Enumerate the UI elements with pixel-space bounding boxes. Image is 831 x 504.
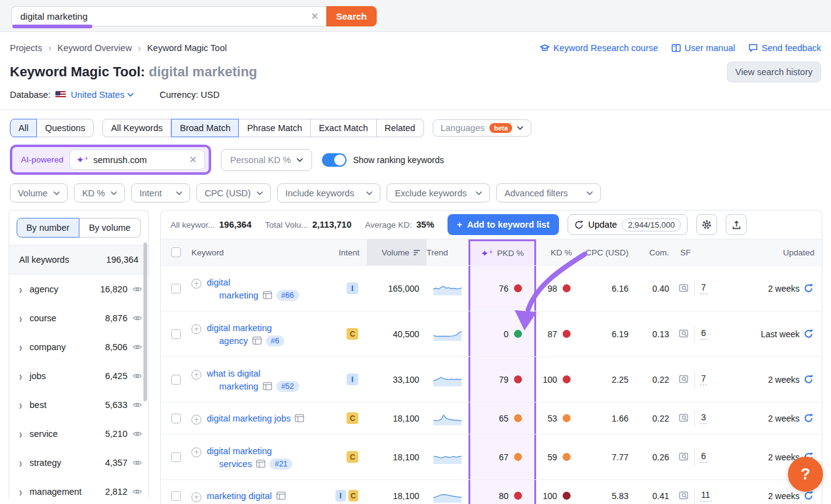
row-checkbox[interactable] (171, 284, 181, 294)
sidebar-group-row[interactable]: › company 8,506 (9, 332, 148, 361)
sidebar-group-row[interactable]: › jobs 6,425 (9, 361, 148, 390)
keyword-link[interactable]: marketing digital (207, 491, 272, 501)
tab-all-keywords[interactable]: All Keywords (102, 119, 171, 137)
keyword-search-field[interactable]: ✕ (11, 6, 326, 26)
breadcrumb-keyword-overview[interactable]: Keyword Overview (57, 43, 132, 53)
col-volume[interactable]: Volume (367, 239, 427, 265)
refresh-icon[interactable] (804, 284, 813, 293)
serp-preview-icon[interactable] (679, 375, 689, 384)
keyword-link[interactable]: marketing (219, 382, 259, 391)
serp-features-icon[interactable] (276, 492, 286, 500)
serp-features-icon[interactable] (256, 460, 265, 468)
eye-icon[interactable] (132, 430, 142, 438)
trend-sparkline[interactable] (427, 373, 468, 386)
add-keyword-icon[interactable]: + (191, 492, 201, 502)
filter-intent[interactable]: Intent (131, 183, 190, 202)
serp-features-icon[interactable] (263, 291, 272, 299)
chevron-right-icon[interactable]: › (19, 455, 22, 469)
eye-icon[interactable] (132, 286, 142, 293)
chevron-right-icon[interactable]: › (19, 426, 22, 440)
keyword-link[interactable]: digital marketing (207, 323, 272, 333)
ranking-position-badge[interactable]: #52 (276, 381, 299, 392)
sf-value[interactable]: 7 (700, 374, 707, 385)
sidebar-group-row[interactable]: › strategy 4,357 (9, 448, 148, 477)
row-checkbox[interactable] (171, 414, 181, 423)
col-com[interactable]: Com. (636, 239, 673, 265)
add-keyword-icon[interactable]: + (191, 279, 201, 289)
keyword-link[interactable]: digital marketing jobs (207, 414, 291, 423)
refresh-icon[interactable] (804, 491, 813, 500)
sf-value[interactable]: 11 (700, 490, 712, 502)
tab-related[interactable]: Related (377, 119, 424, 137)
col-kd[interactable]: KD % (536, 239, 579, 265)
filter-volume[interactable]: Volume (10, 183, 68, 202)
filter-cpc[interactable]: CPC (USD) (196, 183, 271, 202)
col-sf[interactable]: SF (673, 239, 722, 265)
ranking-position-badge[interactable]: #21 (270, 458, 292, 470)
chevron-right-icon[interactable]: › (19, 484, 22, 498)
add-keyword-icon[interactable]: + (191, 370, 201, 380)
sidebar-group-row[interactable]: › course 8,876 (9, 303, 148, 332)
eye-icon[interactable] (132, 459, 142, 466)
sidebar-group-row[interactable]: › management 2,812 (9, 477, 148, 499)
eye-icon[interactable] (132, 401, 142, 409)
eye-icon[interactable] (132, 343, 142, 351)
trend-sparkline[interactable] (427, 489, 468, 503)
serp-preview-icon[interactable] (679, 452, 689, 462)
chevron-right-icon[interactable]: › (19, 340, 22, 353)
add-to-keyword-list-button[interactable]: + Add to keyword list (448, 214, 558, 235)
col-trend[interactable]: Trend (427, 239, 468, 265)
sidebar-all-keywords-row[interactable]: All keywords 196,364 (9, 245, 148, 274)
serp-preview-icon[interactable] (679, 491, 689, 500)
personal-kd-dropdown[interactable]: Personal KD % (221, 149, 312, 171)
ranking-position-badge[interactable]: #6 (266, 335, 284, 346)
serp-preview-icon[interactable] (679, 414, 689, 423)
breadcrumb-projects[interactable]: Projects (10, 43, 42, 53)
user-manual-link[interactable]: User manual (672, 43, 735, 53)
help-button[interactable]: ? (788, 457, 823, 492)
keyword-link[interactable]: marketing (219, 290, 259, 300)
tab-broad-match[interactable]: Broad Match (171, 119, 239, 137)
languages-dropdown[interactable]: Languages beta (433, 119, 531, 137)
filter-advanced[interactable]: Advanced filters (496, 183, 601, 202)
eye-icon[interactable] (132, 488, 142, 495)
tab-all[interactable]: All (10, 119, 37, 137)
row-checkbox[interactable] (171, 329, 181, 339)
refresh-icon[interactable] (804, 414, 813, 423)
sf-value[interactable]: 7 (700, 282, 707, 294)
update-button[interactable]: Update 2,944/15,000 (568, 214, 688, 235)
ranking-position-badge[interactable]: #66 (276, 290, 299, 301)
chevron-right-icon[interactable]: › (19, 282, 22, 295)
chevron-right-icon[interactable]: › (19, 398, 22, 411)
row-checkbox[interactable] (171, 452, 181, 462)
sf-value[interactable]: 6 (700, 451, 707, 463)
keyword-link[interactable]: agency (219, 336, 248, 346)
col-keyword[interactable]: Keyword (191, 239, 333, 265)
col-updated[interactable]: Updated (722, 239, 822, 265)
export-button[interactable] (726, 214, 747, 235)
sidebar-scrollbar[interactable] (143, 242, 147, 401)
domain-input[interactable]: ✦⁺ semrush.com ✕ (70, 150, 205, 170)
eye-icon[interactable] (132, 314, 142, 322)
add-keyword-icon[interactable]: + (191, 324, 201, 334)
add-keyword-icon[interactable]: + (191, 415, 201, 425)
eye-icon[interactable] (132, 372, 142, 380)
filter-include-keywords[interactable]: Include keywords (277, 183, 380, 202)
keyword-link[interactable]: what is digital (207, 369, 260, 378)
sidebar-group-row[interactable]: › service 5,210 (9, 419, 148, 448)
add-keyword-icon[interactable]: + (191, 447, 201, 457)
clear-search-icon[interactable]: ✕ (310, 10, 320, 22)
keyword-research-course-link[interactable]: Keyword Research course (540, 43, 658, 53)
sidebar-group-row[interactable]: › best 5,633 (9, 390, 148, 419)
serp-features-icon[interactable] (263, 382, 272, 390)
keyword-link[interactable]: services (219, 459, 252, 469)
show-ranking-keywords-toggle[interactable] (322, 153, 347, 167)
sf-value[interactable]: 3 (700, 412, 707, 424)
database-select[interactable]: United States (71, 90, 134, 100)
sf-value[interactable]: 6 (700, 328, 707, 340)
col-cpc[interactable]: CPC (USD) (579, 239, 636, 265)
serp-preview-icon[interactable] (679, 329, 689, 338)
clear-domain-icon[interactable]: ✕ (188, 154, 198, 166)
view-search-history-button[interactable]: View search history (727, 62, 821, 82)
refresh-icon[interactable] (804, 329, 813, 338)
